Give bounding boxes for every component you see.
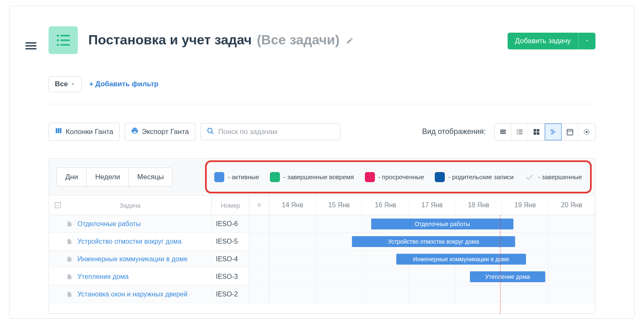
svg-rect-3 bbox=[61, 39, 70, 41]
task-number: IESO-3 bbox=[211, 273, 249, 281]
legend-swatch bbox=[270, 172, 280, 182]
svg-rect-6 bbox=[56, 128, 57, 133]
date-header: 17 Янв bbox=[409, 196, 455, 215]
search-icon bbox=[207, 127, 214, 136]
file-icon bbox=[67, 238, 72, 245]
legend-label: - просроченные bbox=[378, 173, 424, 180]
scale-months-tab[interactable]: Месяцы bbox=[128, 167, 172, 187]
gantt-icon bbox=[549, 128, 557, 136]
add-column-button[interactable]: + bbox=[249, 196, 269, 215]
file-icon bbox=[67, 256, 72, 263]
svg-line-10 bbox=[211, 132, 213, 134]
svg-point-0 bbox=[57, 34, 59, 36]
table-row: Утепление домаIESO-3 bbox=[49, 268, 249, 286]
page-subtitle: (Все задачи) bbox=[257, 32, 340, 48]
add-task-dropdown[interactable] bbox=[578, 33, 595, 49]
view-list-button[interactable] bbox=[511, 124, 528, 140]
table-row: Установка окон и наружных дверейIESO-2 bbox=[49, 286, 249, 303]
target-icon bbox=[583, 128, 590, 136]
svg-rect-5 bbox=[61, 44, 70, 46]
svg-rect-14 bbox=[518, 131, 523, 132]
svg-rect-23 bbox=[551, 133, 554, 134]
task-number: IESO-5 bbox=[211, 238, 249, 245]
svg-point-4 bbox=[57, 44, 59, 46]
column-number-header: Номер bbox=[211, 196, 249, 215]
hamburger-menu[interactable] bbox=[26, 41, 36, 51]
table-row: Устройство отмостки вокруг домаIESO-5 bbox=[49, 233, 249, 250]
legend-item: - завершенные вовремя bbox=[270, 172, 354, 182]
legend-label: - завершенные bbox=[538, 173, 582, 180]
view-gantt-button[interactable] bbox=[545, 124, 562, 140]
task-link[interactable]: Утепление дома bbox=[77, 273, 128, 281]
search-field-wrap[interactable] bbox=[200, 123, 341, 140]
task-link[interactable]: Установка окон и наружных дверей bbox=[77, 291, 187, 298]
task-number: IESO-6 bbox=[211, 220, 249, 228]
filter-all-dropdown[interactable]: Все bbox=[49, 76, 82, 92]
table-row: Отделочные работыIESO-6 bbox=[49, 215, 249, 233]
svg-rect-24 bbox=[567, 129, 573, 135]
legend: - активные- завершенные вовремя- просроч… bbox=[205, 160, 592, 193]
gantt-bar[interactable]: Инженерные коммуникации в доме bbox=[396, 254, 526, 265]
svg-rect-22 bbox=[552, 131, 555, 132]
gantt-bar[interactable]: Утепление дома bbox=[470, 271, 545, 282]
gantt-bar[interactable]: Отделочные работы bbox=[371, 219, 513, 229]
print-icon bbox=[131, 127, 139, 136]
current-time-line bbox=[500, 215, 500, 314]
kanban-icon bbox=[533, 128, 540, 136]
svg-point-27 bbox=[586, 131, 588, 132]
legend-item: - активные bbox=[214, 172, 259, 182]
calendar-icon bbox=[566, 128, 574, 136]
svg-rect-12 bbox=[518, 129, 523, 130]
edit-title-icon[interactable] bbox=[346, 37, 354, 46]
svg-rect-20 bbox=[536, 132, 539, 134]
legend-item: - родительские записи bbox=[435, 172, 513, 182]
table-icon bbox=[499, 128, 507, 136]
gantt-columns-button[interactable]: Колонки Ганта bbox=[49, 123, 120, 141]
legend-swatch bbox=[214, 172, 224, 182]
task-link[interactable]: Отделочные работы bbox=[77, 220, 141, 228]
legend-swatch bbox=[365, 172, 375, 182]
chevron-down-icon bbox=[70, 82, 75, 87]
app-icon bbox=[49, 26, 78, 54]
task-link[interactable]: Устройство отмостки вокруг дома bbox=[77, 238, 182, 245]
legend-label: - активные bbox=[228, 173, 259, 180]
list-icon bbox=[55, 32, 71, 48]
svg-rect-8 bbox=[60, 128, 62, 133]
scale-weeks-tab[interactable]: Недели bbox=[87, 167, 128, 187]
gantt-columns-label: Колонки Ганта bbox=[66, 128, 113, 136]
view-mode-label: Вид отображения: bbox=[422, 127, 486, 136]
task-number: IESO-2 bbox=[211, 291, 249, 298]
date-header: 15 Янв bbox=[316, 196, 362, 215]
page-title: Постановка и учет задач bbox=[88, 32, 252, 48]
svg-rect-19 bbox=[534, 132, 536, 134]
task-link[interactable]: Инженерные коммуникации в доме bbox=[77, 255, 187, 263]
svg-rect-7 bbox=[58, 128, 59, 133]
legend-item: - просроченные bbox=[365, 172, 424, 182]
svg-point-13 bbox=[516, 131, 517, 132]
svg-point-11 bbox=[516, 129, 517, 130]
search-input[interactable] bbox=[218, 128, 334, 136]
file-icon bbox=[67, 291, 72, 298]
gantt-export-button[interactable]: Экспорт Ганта bbox=[125, 123, 195, 141]
gantt-grid-row bbox=[249, 286, 595, 303]
chevron-down-icon bbox=[585, 38, 590, 43]
gantt-export-label: Экспорт Ганта bbox=[142, 128, 189, 136]
date-header: 16 Янв bbox=[362, 196, 409, 215]
collapse-all-toggle[interactable]: − bbox=[55, 202, 61, 208]
svg-point-15 bbox=[516, 133, 517, 134]
view-target-button[interactable] bbox=[578, 124, 595, 140]
view-table-button[interactable] bbox=[495, 124, 511, 140]
gantt-bar[interactable]: Устройство отмостки вокруг дома bbox=[352, 236, 515, 247]
view-calendar-button[interactable] bbox=[562, 124, 578, 140]
svg-rect-16 bbox=[518, 133, 523, 134]
scale-days-tab[interactable]: Дни bbox=[56, 167, 87, 187]
check-icon bbox=[525, 172, 535, 182]
legend-label: - завершенные вовремя bbox=[283, 173, 354, 180]
add-task-button[interactable]: Добавить задачу bbox=[508, 33, 578, 49]
add-filter-link[interactable]: + Добавить фильтр bbox=[89, 80, 159, 88]
table-row: Инженерные коммуникации в домеIESO-4 bbox=[49, 250, 249, 268]
columns-icon bbox=[55, 127, 62, 136]
legend-label: - родительские записи bbox=[448, 173, 513, 180]
view-kanban-button[interactable] bbox=[528, 124, 545, 140]
svg-rect-17 bbox=[534, 129, 536, 131]
